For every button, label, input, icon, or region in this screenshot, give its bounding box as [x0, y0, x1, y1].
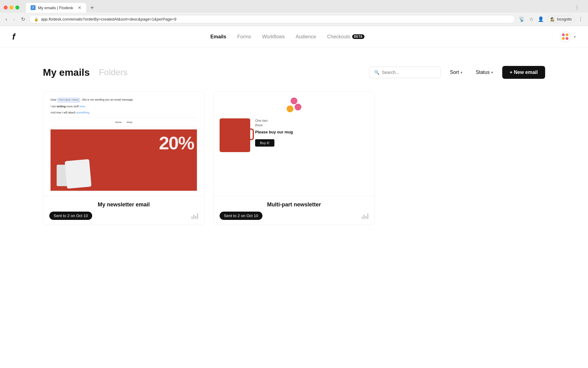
page-header: My emails Folders 🔍 Sort ▾ Status ▾ + Ne… [43, 66, 545, 79]
email-preview-2: One twothree Please buy our mug Buy it! [213, 91, 375, 196]
avatar[interactable] [560, 31, 571, 42]
email-preview-1: Dear First name / friend , this is me se… [43, 91, 204, 196]
avatar-dot-3 [562, 37, 565, 40]
lock-icon: 🔒 [34, 17, 39, 21]
bar-1 [191, 217, 193, 219]
logo-dot-right [295, 104, 301, 110]
header-right: ▾ [560, 31, 576, 42]
browser-tabs: f My emails | Flodesk ✕ + ⋮ [0, 0, 588, 13]
page-actions: 🔍 Sort ▾ Status ▾ + New email [369, 66, 545, 79]
preview-line-3: And now I will attach something. [51, 110, 197, 115]
new-email-button[interactable]: + New email [502, 66, 545, 79]
email-card-bottom-2: Sent to 2 on Oct 10 [220, 212, 368, 220]
preview-logo [287, 98, 301, 112]
sent-badge-2: Sent to 2 on Oct 10 [220, 212, 262, 220]
tab-favicon: f [31, 5, 36, 10]
search-icon: 🔍 [374, 70, 379, 75]
main-content: My emails Folders 🔍 Sort ▾ Status ▾ + Ne… [0, 48, 588, 243]
preview-link: here [79, 105, 85, 108]
back-button[interactable]: ‹ [4, 15, 9, 23]
preview-text: One twothree Please buy our mug Buy it! [255, 118, 368, 147]
bar-4 [197, 213, 198, 219]
buy-button-preview: Buy it! [255, 139, 274, 147]
mug-title: Please buy our mug [255, 130, 368, 134]
preview-line-1: Dear First name / friend , this is me se… [51, 98, 197, 102]
preview-line-2: I am writing more stuff here. [51, 104, 197, 109]
email-card-title-2: Multi-part newsletter [220, 201, 368, 208]
page-title: My emails [43, 67, 90, 78]
merge-tag: First name / friend [57, 98, 80, 102]
close-window-button[interactable] [4, 6, 8, 10]
nav-forms[interactable]: Forms [237, 34, 251, 40]
browser-actions: 📡 ☆ 👤 🕵 Incognito ⋮ [518, 15, 584, 23]
bar-b [364, 215, 365, 219]
tab-title: My emails | Flodesk [38, 6, 73, 10]
email-card-title-1: My newsletter email [49, 201, 198, 208]
preview-image-1: 20% [51, 129, 197, 191]
minimize-window-button[interactable] [9, 6, 13, 10]
search-box[interactable]: 🔍 [369, 67, 441, 78]
incognito-icon: 🕵 [550, 17, 555, 21]
logo-dots-bottom [287, 105, 301, 112]
tab-close-button[interactable]: ✕ [78, 5, 81, 10]
app-nav: Emails Forms Workflows Audience Checkout… [210, 34, 364, 40]
logo-dot-top [291, 98, 297, 104]
email-card-2[interactable]: One twothree Please buy our mug Buy it! … [213, 91, 375, 225]
folders-link[interactable]: Folders [99, 67, 127, 77]
sent-badge-1: Sent to 2 on Oct 10 [49, 212, 92, 220]
browser-menu-button[interactable]: ⋮ [573, 3, 581, 12]
status-chevron-icon: ▾ [491, 71, 493, 75]
status-label: Status [476, 70, 490, 75]
browser-chrome: f My emails | Flodesk ✕ + ⋮ ‹ › ↻ 🔒 app.… [0, 0, 588, 26]
sort-chevron-icon: ▾ [461, 71, 462, 75]
nav-checkouts[interactable]: Checkouts BETA [327, 34, 364, 40]
active-tab[interactable]: f My emails | Flodesk ✕ [25, 2, 87, 13]
mug-shape-1 [65, 159, 92, 189]
sort-button[interactable]: Sort ▾ [446, 67, 466, 78]
bar-3 [195, 216, 196, 219]
profile-icon[interactable]: 👤 [537, 15, 545, 23]
address-bar[interactable]: 🔒 app.flodesk.com/emails?orderBy=created… [29, 15, 515, 23]
avatar-dot-1 [562, 33, 565, 36]
nav-workflows[interactable]: Workflows [262, 34, 285, 40]
nav-home: Home [115, 121, 122, 124]
preview-nav: Home Shop [51, 117, 197, 127]
logo-dot-left [287, 105, 293, 112]
nav-shop: Shop [126, 121, 132, 124]
bar-d [367, 213, 368, 219]
avatar-dot-4 [566, 37, 568, 40]
handwriting-text: One twothree [255, 118, 368, 128]
maximize-window-button[interactable] [15, 6, 19, 10]
browser-overflow-button[interactable]: ⋮ [577, 15, 584, 23]
analytics-icon-2 [362, 213, 368, 219]
email-grid: Dear First name / friend , this is me se… [43, 91, 545, 225]
page-title-group: My emails Folders [43, 67, 127, 78]
incognito-label: Incognito [557, 17, 572, 21]
reload-button[interactable]: ↻ [19, 15, 27, 23]
search-input[interactable] [382, 70, 435, 75]
email-card-bottom-1: Sent to 2 on Oct 10 [49, 212, 198, 220]
email-card[interactable]: Dear First name / friend , this is me se… [43, 91, 205, 225]
browser-controls: ‹ › ↻ 🔒 app.flodesk.com/emails?orderBy=c… [0, 13, 588, 26]
bar-c [365, 216, 367, 219]
bar-a [362, 217, 363, 219]
incognito-badge: 🕵 Incognito [547, 16, 575, 23]
cast-icon[interactable]: 📡 [518, 15, 526, 23]
nav-audience[interactable]: Audience [296, 34, 316, 40]
status-button[interactable]: Status ▾ [472, 67, 497, 78]
avatar-chevron-icon[interactable]: ▾ [574, 35, 576, 39]
preview-link-2: something [77, 111, 89, 114]
email-card-footer-1: My newsletter email Sent to 2 on Oct 10 [43, 196, 204, 225]
app-header: f Emails Forms Workflows Audience Checko… [0, 26, 588, 48]
nav-emails[interactable]: Emails [210, 34, 226, 40]
bookmark-icon[interactable]: ☆ [528, 15, 535, 23]
preview-content: One twothree Please buy our mug Buy it! [220, 118, 368, 152]
analytics-icon-1 [191, 213, 198, 219]
forward-button[interactable]: › [11, 15, 17, 23]
url-display: app.flodesk.com/emails?orderBy=createdAt… [41, 17, 176, 21]
beta-badge: BETA [352, 34, 364, 39]
avatar-dots [562, 33, 569, 40]
new-tab-button[interactable]: + [88, 3, 96, 13]
traffic-lights [4, 6, 19, 10]
avatar-dot-2 [566, 33, 568, 36]
